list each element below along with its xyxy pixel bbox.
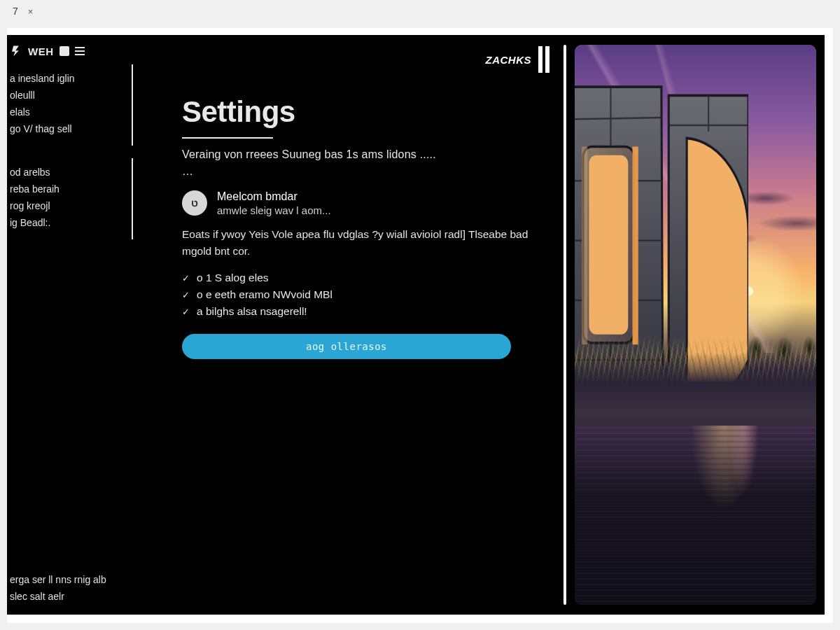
square-icon [59, 46, 69, 56]
brand-right: ZACHKS [486, 46, 550, 73]
nav-item[interactable]: a inesland iglin [10, 70, 125, 87]
sidebar: WEH a inesland iglin oleulll elals go V/… [7, 35, 140, 615]
nav-item[interactable]: reba beraih [10, 181, 125, 197]
nav-item[interactable]: od arelbs [10, 164, 125, 181]
nav-item[interactable]: go V/ thag sell [10, 120, 125, 137]
bolt-icon [10, 45, 22, 57]
window-tab[interactable]: 7 × [13, 6, 33, 17]
nav-item[interactable]: ig Beadl:. [10, 214, 125, 231]
checklist-item: a bilghs alsa nsagerell! [182, 303, 551, 320]
title-divider [182, 137, 273, 139]
main-content: ZACHKS Settings Veraing von rreees Suune… [140, 35, 564, 615]
nav-group-2: od arelbs reba beraih rog kreojl ig Bead… [7, 158, 133, 239]
level-bars-icon [538, 46, 550, 73]
svg-rect-1 [589, 155, 629, 335]
sidebar-footer-item[interactable]: slec salt aelr [7, 588, 133, 605]
checklist-item: o 1 S alog eles [182, 270, 551, 286]
menu-icon[interactable] [75, 47, 85, 55]
nav-item[interactable]: oleulll [10, 87, 125, 104]
brand-right-label: ZACHKS [486, 54, 532, 66]
app-frame: WEH a inesland iglin oleulll elals go V/… [7, 28, 833, 623]
primary-cta-button[interactable]: aog ollerasos [182, 334, 511, 359]
brand-left-label: WEH [28, 46, 54, 57]
close-icon[interactable]: × [28, 6, 34, 17]
app-root: WEH a inesland iglin oleulll elals go V/… [7, 35, 825, 615]
tab-label: 7 [13, 6, 18, 17]
sidebar-header: WEH [7, 45, 133, 64]
setting-icon: ט [182, 190, 207, 216]
setting-description: amwle sleig wav l aom... [217, 204, 331, 216]
checklist-item: o e eeth eramo NWvoid MBl [182, 286, 551, 303]
checklist: o 1 S alog eles o e eeth eramo NWvoid MB… [182, 270, 551, 320]
nav-group-1: a inesland iglin oleulll elals go V/ tha… [7, 64, 133, 146]
ellipsis: … [182, 165, 551, 178]
preview-water [575, 426, 816, 605]
body-text: Eoats if ywoy Yeis Vole apea flu vdglas … [182, 226, 551, 260]
setting-label: Meelcom bmdar [217, 190, 331, 203]
nav-item[interactable]: elals [10, 104, 125, 120]
preview-panel [575, 45, 816, 605]
vertical-divider [564, 45, 566, 605]
setting-row: ט Meelcom bmdar amwle sleig wav l aom... [182, 190, 551, 216]
sidebar-footer-item[interactable]: erga ser ll nns rnig alb [7, 571, 133, 588]
page-title: Settings [182, 95, 551, 129]
nav-item[interactable]: rog kreojl [10, 197, 125, 214]
page-subtitle: Veraing von rreees Suuneg bas 1s ams lid… [182, 148, 551, 161]
